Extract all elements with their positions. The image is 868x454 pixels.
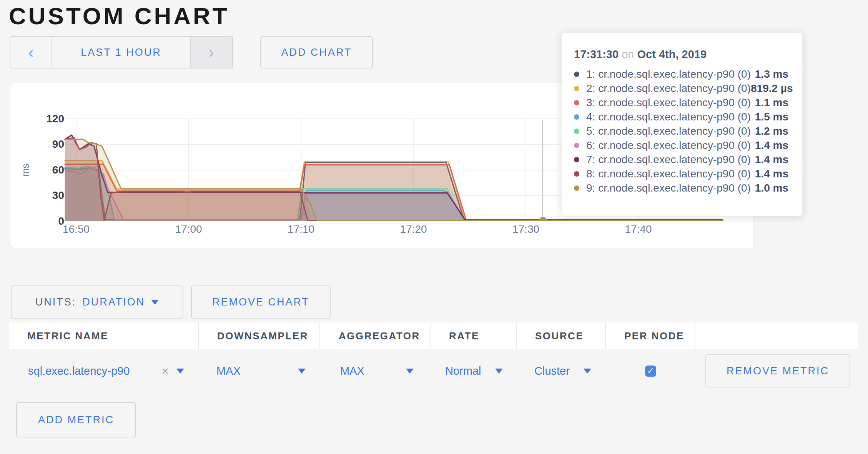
- tooltip-title: 17:31:30 on Oct 4th, 2019: [574, 48, 788, 61]
- chevron-right-icon: ›: [209, 45, 214, 60]
- series-label: 9: cr.node.sql.exec.latency-p90 (0): [586, 182, 755, 194]
- rate-cell: Normal: [431, 349, 517, 392]
- series-value: 819.2 µs: [751, 82, 793, 95]
- tooltip-series-row: 5: cr.node.sql.exec.latency-p90 (0)1.2 m…: [574, 124, 788, 138]
- series-color-dot: [574, 72, 579, 77]
- series-color-dot: [574, 100, 579, 105]
- units-value: DURATION: [82, 296, 145, 308]
- per-node-checkbox[interactable]: ✓: [645, 366, 656, 377]
- series-color-dot: [574, 86, 579, 91]
- series-value: 1.5 ms: [755, 111, 788, 123]
- chevron-down-icon[interactable]: [584, 369, 591, 374]
- metric-row: sql.exec.latency-p90 × MAX MAX Normal Cl…: [9, 349, 858, 392]
- tooltip-series-row: 7: cr.node.sql.exec.latency-p90 (0)1.4 m…: [574, 152, 788, 167]
- time-range-selector: ‹ LAST 1 HOUR ›: [10, 36, 233, 68]
- time-range-button[interactable]: LAST 1 HOUR: [52, 37, 190, 68]
- tooltip-series-row: 9: cr.node.sql.exec.latency-p90 (0)1.0 m…: [574, 181, 788, 195]
- chevron-left-icon: ‹: [28, 45, 33, 60]
- aggregator-cell: MAX: [320, 349, 431, 392]
- page-title: CUSTOM CHART: [9, 2, 229, 30]
- add-chart-button[interactable]: ADD CHART: [260, 36, 373, 68]
- chevron-down-icon[interactable]: [176, 369, 184, 374]
- hover-point-marker: [539, 217, 547, 221]
- tooltip-series-row: 4: cr.node.sql.exec.latency-p90 (0)1.5 m…: [574, 110, 788, 124]
- tooltip-series-row: 8: cr.node.sql.exec.latency-p90 (0)1.4 m…: [574, 167, 788, 181]
- series-value: 1.4 ms: [755, 154, 788, 166]
- series-label: 7: cr.node.sql.exec.latency-p90 (0): [586, 154, 755, 166]
- series-color-dot: [574, 114, 579, 120]
- series-label: 4: cr.node.sql.exec.latency-p90 (0): [586, 111, 755, 123]
- tooltip-series-row: 3: cr.node.sql.exec.latency-p90 (0)1.1 m…: [574, 95, 788, 110]
- remove-metric-button[interactable]: REMOVE METRIC: [705, 354, 850, 387]
- series-color-dot: [574, 143, 579, 148]
- units-dropdown[interactable]: UNITS: DURATION: [11, 285, 183, 319]
- time-range-prev-button[interactable]: ‹: [10, 37, 52, 68]
- y-axis-label: ms: [20, 164, 31, 177]
- tooltip-series-row: 1: cr.node.sql.exec.latency-p90 (0)1.3 m…: [574, 67, 788, 81]
- metric-actions-cell: REMOVE METRIC: [695, 349, 858, 392]
- aggregator-dropdown[interactable]: MAX: [340, 365, 364, 377]
- source-cell: Cluster: [517, 349, 606, 392]
- rate-dropdown[interactable]: Normal: [445, 365, 481, 377]
- series-label: 1: cr.node.sql.exec.latency-p90 (0): [586, 68, 755, 80]
- series-value: 1.4 ms: [755, 168, 788, 180]
- series-value: 1.1 ms: [755, 97, 788, 109]
- chevron-down-icon[interactable]: [298, 369, 306, 374]
- x-axis-tick: 17:20: [400, 223, 427, 235]
- y-axis-tick: 90: [52, 138, 64, 150]
- column-header: DOWNSAMPLER: [199, 322, 320, 349]
- series-color-dot: [574, 129, 579, 134]
- column-header: PER NODE: [606, 322, 695, 349]
- downsampler-dropdown[interactable]: MAX: [216, 365, 241, 377]
- y-axis-tick: 60: [52, 164, 64, 176]
- x-axis-tick: 16:50: [63, 223, 90, 235]
- units-label: UNITS:: [35, 296, 76, 308]
- series-color-dot: [574, 171, 579, 177]
- x-axis-tick: 17:00: [175, 223, 202, 235]
- metric-name-cell: sql.exec.latency-p90 ×: [9, 349, 199, 392]
- series-label: 5: cr.node.sql.exec.latency-p90 (0): [586, 125, 755, 137]
- time-range-next-button[interactable]: ›: [190, 37, 232, 68]
- chevron-down-icon[interactable]: [495, 369, 503, 374]
- column-header: [695, 322, 858, 349]
- tooltip-on-word: on: [622, 48, 634, 60]
- add-metric-button[interactable]: ADD METRIC: [16, 402, 136, 437]
- source-dropdown[interactable]: Cluster: [534, 365, 570, 377]
- metrics-table-header: METRIC NAMEDOWNSAMPLERAGGREGATORRATESOUR…: [9, 322, 858, 349]
- column-header: AGGREGATOR: [320, 322, 431, 349]
- series-value: 1.3 ms: [755, 68, 788, 80]
- y-axis-tick: 120: [46, 113, 64, 125]
- remove-chart-button[interactable]: REMOVE CHART: [191, 285, 331, 319]
- clear-metric-icon[interactable]: ×: [161, 365, 169, 377]
- series-color-dot: [574, 185, 579, 191]
- column-header: SOURCE: [517, 322, 606, 349]
- column-header: RATE: [431, 322, 517, 349]
- tooltip-series-row: 2: cr.node.sql.exec.latency-p90 (0)819.2…: [574, 81, 788, 95]
- x-axis-tick: 17:40: [625, 223, 652, 235]
- column-header: METRIC NAME: [9, 322, 199, 349]
- chart-hover-tooltip: 17:31:30 on Oct 4th, 2019 1: cr.node.sql…: [561, 32, 803, 216]
- chevron-down-icon: [151, 300, 159, 305]
- series-label: 2: cr.node.sql.exec.latency-p90 (0): [586, 82, 751, 95]
- x-axis-tick: 17:10: [288, 223, 314, 235]
- y-axis-tick: 30: [52, 189, 64, 201]
- chevron-down-icon[interactable]: [406, 369, 414, 374]
- downsampler-cell: MAX: [199, 349, 320, 392]
- series-value: 1.2 ms: [755, 125, 788, 137]
- metric-name-dropdown[interactable]: sql.exec.latency-p90: [28, 365, 154, 377]
- tooltip-date: Oct 4th, 2019: [637, 48, 707, 60]
- series-color-dot: [574, 157, 579, 162]
- metrics-table: METRIC NAMEDOWNSAMPLERAGGREGATORRATESOUR…: [9, 322, 858, 392]
- per-node-cell: ✓: [606, 349, 695, 392]
- series-label: 3: cr.node.sql.exec.latency-p90 (0): [586, 97, 755, 109]
- tooltip-series-row: 6: cr.node.sql.exec.latency-p90 (0)1.4 m…: [574, 138, 788, 152]
- series-label: 8: cr.node.sql.exec.latency-p90 (0): [586, 168, 755, 180]
- x-axis-tick: 17:30: [512, 223, 539, 235]
- series-label: 6: cr.node.sql.exec.latency-p90 (0): [586, 139, 755, 152]
- tooltip-series-list: 1: cr.node.sql.exec.latency-p90 (0)1.3 m…: [574, 67, 788, 195]
- series-value: 1.0 ms: [755, 182, 788, 194]
- tooltip-time: 17:31:30: [574, 48, 619, 60]
- series-value: 1.4 ms: [755, 139, 788, 152]
